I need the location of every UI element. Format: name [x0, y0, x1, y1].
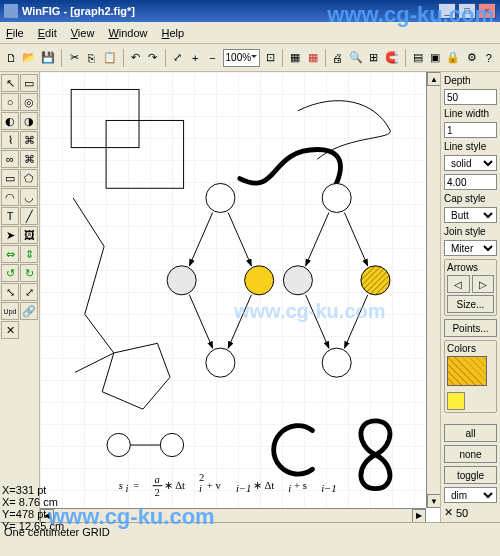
depth-label: Depth	[444, 75, 497, 86]
menu-edit[interactable]: Edit	[38, 27, 57, 39]
depth-input[interactable]	[444, 89, 497, 105]
circleaxis-tool[interactable]: ◑	[20, 112, 38, 130]
colors-group: Colors	[444, 340, 497, 413]
linestyle-label: Line style	[444, 141, 497, 152]
polygon-tool[interactable]: ⬠	[20, 169, 38, 187]
points-button[interactable]: Points...	[444, 319, 497, 337]
spline-tool[interactable]: ⌇	[1, 131, 19, 149]
scale2-tool[interactable]: ⤢	[20, 283, 38, 301]
menu-file[interactable]: FFileile	[6, 27, 24, 39]
dash-input[interactable]	[444, 174, 497, 190]
new-button[interactable]: 🗋	[4, 49, 18, 67]
undo-button[interactable]: ↶	[128, 49, 142, 67]
coordinate-readout: X=331 pt X= 8.76 cm Y=478 pt Y= 12.65 cm	[2, 484, 64, 532]
fill-swatch[interactable]	[447, 356, 487, 386]
zoom-combo[interactable]: 100%	[223, 49, 261, 67]
line-tool[interactable]: ╱	[20, 207, 38, 225]
dim-select[interactable]: dim	[444, 487, 497, 503]
arrow-end-button[interactable]: ▷	[472, 275, 495, 293]
svg-point-9	[322, 348, 351, 377]
spline3-tool[interactable]: ∞	[1, 150, 19, 168]
scale-tool[interactable]: ⤡	[1, 283, 19, 301]
grid-button[interactable]: ⊞	[367, 49, 381, 67]
spline2-tool[interactable]: ⌘	[20, 131, 38, 149]
svg-point-8	[206, 348, 235, 377]
delete-tool[interactable]: ✕	[1, 321, 19, 339]
layer-button[interactable]: ▤	[411, 49, 425, 67]
cut-button[interactable]: ✂	[67, 49, 81, 67]
svg-text:i: i	[199, 483, 202, 494]
minimize-button[interactable]: _	[438, 3, 456, 19]
open-button[interactable]: 📂	[21, 49, 37, 67]
print-button[interactable]: 🖨	[331, 49, 345, 67]
copy-button[interactable]: ⎘	[84, 49, 98, 67]
rotcw-tool[interactable]: ↻	[20, 264, 38, 282]
lasso-tool[interactable]: ▭	[20, 74, 38, 92]
flip-v-tool[interactable]: ⇕	[20, 245, 38, 263]
svg-line-16	[228, 295, 251, 348]
zoomfit-button[interactable]: ⤢	[171, 49, 185, 67]
scrollbar-vertical[interactable]: ▲ ▼	[426, 72, 440, 508]
zoomout-button[interactable]: −	[205, 49, 219, 67]
spline4-tool[interactable]: ⌘	[20, 150, 38, 168]
svg-text:i−1: i−1	[321, 483, 336, 494]
help-button[interactable]: ?	[482, 49, 496, 67]
save-button[interactable]: 💾	[40, 49, 56, 67]
color-swatch[interactable]	[447, 392, 465, 410]
flip-h-tool[interactable]: ⇔	[1, 245, 19, 263]
menu-help[interactable]: Help	[162, 27, 185, 39]
linewidth-input[interactable]	[444, 122, 497, 138]
svg-line-14	[344, 212, 367, 265]
arrow-tool[interactable]: ➤	[1, 226, 19, 244]
zoomin-button[interactable]: +	[188, 49, 202, 67]
ellipseaxis-tool[interactable]: ◐	[1, 112, 19, 130]
depthflag-value: 50	[456, 507, 468, 519]
toggle-button[interactable]: toggle	[444, 466, 497, 484]
lock-button[interactable]: 🔒	[445, 49, 461, 67]
redo-button[interactable]: ↷	[146, 49, 160, 67]
select-tool[interactable]: ↖	[1, 74, 19, 92]
image-tool[interactable]: 🖼	[20, 226, 38, 244]
svg-point-3	[322, 183, 351, 212]
rect-tool[interactable]: ▭	[1, 169, 19, 187]
prop-button[interactable]: ▣	[428, 49, 442, 67]
capstyle-select[interactable]: Butt	[444, 207, 497, 223]
library-button[interactable]: ▦	[288, 49, 302, 67]
joinstyle-select[interactable]: Miter	[444, 240, 497, 256]
svg-line-12	[228, 212, 251, 265]
menu-window[interactable]: Window	[108, 27, 147, 39]
statusbar: One centimeter GRID	[0, 522, 500, 540]
arc-tool[interactable]: ◠	[1, 188, 19, 206]
svg-text:+ v: + v	[207, 480, 222, 491]
scrollbar-horizontal[interactable]: ◀ ▶	[40, 508, 426, 522]
update-tool[interactable]: Upd	[1, 302, 19, 320]
close-button[interactable]: ×	[478, 3, 496, 19]
svg-rect-0	[71, 89, 139, 147]
capstyle-label: Cap style	[444, 193, 497, 204]
linestyle-select[interactable]: solid	[444, 155, 497, 171]
circle-tool[interactable]: ◎	[20, 93, 38, 111]
zoom1-button[interactable]: ⊡	[263, 49, 277, 67]
opts-button[interactable]: ⚙	[464, 49, 478, 67]
linewidth-label: Line width	[444, 108, 497, 119]
menu-view[interactable]: View	[71, 27, 95, 39]
maximize-button[interactable]: □	[458, 3, 476, 19]
palette-button[interactable]: ▦	[305, 49, 319, 67]
text-tool[interactable]: T	[1, 207, 19, 225]
rotccw-tool[interactable]: ↺	[1, 264, 19, 282]
arc2-tool[interactable]: ◡	[20, 188, 38, 206]
search-button[interactable]: 🔍	[348, 49, 364, 67]
none-button[interactable]: none	[444, 445, 497, 463]
close-icon[interactable]: ✕	[444, 506, 453, 519]
link-tool[interactable]: 🔗	[20, 302, 38, 320]
paste-button[interactable]: 📋	[102, 49, 118, 67]
snap-button[interactable]: 🧲	[384, 49, 400, 67]
svg-line-11	[189, 212, 212, 265]
svg-point-5	[245, 266, 274, 295]
app-icon	[4, 4, 18, 18]
canvas[interactable]: s i = a 2 ∗ Δt i 2 + v i−1 ∗ Δt i + s i−…	[40, 72, 426, 508]
arrow-start-button[interactable]: ◁	[447, 275, 470, 293]
ellipse-tool[interactable]: ○	[1, 93, 19, 111]
all-button[interactable]: all	[444, 424, 497, 442]
arrow-size-button[interactable]: Size...	[447, 295, 494, 313]
